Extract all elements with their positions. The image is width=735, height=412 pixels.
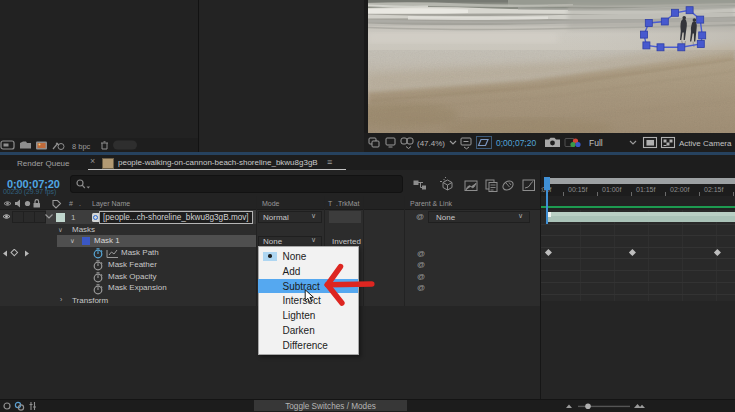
svg-text:Active Camera: Active Camera [679,139,732,148]
svg-text:(47.4%): (47.4%) [417,139,445,148]
svg-text:8 bpc: 8 bpc [72,142,91,151]
svg-text:0;00;07;20: 0;00;07;20 [496,138,536,148]
svg-text:Full: Full [589,138,603,148]
